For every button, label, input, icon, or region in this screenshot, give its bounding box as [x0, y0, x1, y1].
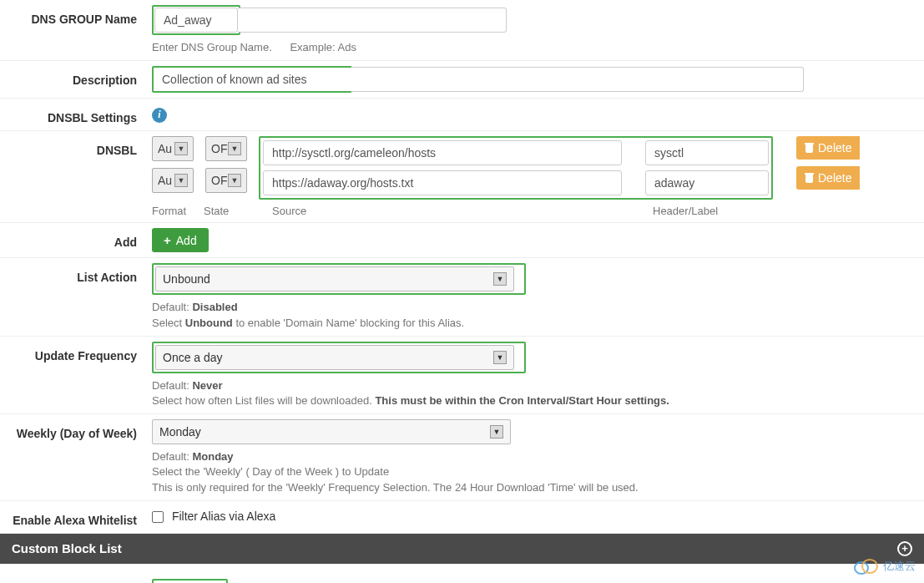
- label-list-action: List Action: [0, 263, 152, 285]
- svg-point-1: [862, 560, 877, 573]
- label-save-empty: [0, 579, 152, 583]
- select-state-0[interactable]: OF▼: [205, 136, 247, 161]
- label-description: Description: [0, 66, 152, 88]
- label-add: Add: [0, 228, 152, 250]
- highlight-description: [152, 66, 352, 93]
- alexa-checkbox-label: Filter Alias via Alexa: [172, 509, 276, 523]
- wk-d1: Select the 'Weekly' ( Day of the Week ) …: [152, 465, 389, 478]
- trash-icon: [805, 173, 814, 183]
- select-state-1-val: OF: [211, 174, 227, 187]
- help-group-name: Enter DNS Group Name. Example: Ads: [152, 40, 917, 55]
- select-state-1[interactable]: OF▼: [205, 168, 247, 193]
- label-group-name: DNS GROUP Name: [0, 5, 152, 27]
- la-d1: Select: [152, 317, 185, 329]
- row-dnsbl: DNSBL Au▼ Au▼ OF▼ OF▼ D: [0, 131, 924, 223]
- chevron-down-icon: ▼: [174, 174, 188, 187]
- add-button-label: Add: [176, 234, 197, 247]
- delete-button-0[interactable]: Delete: [796, 136, 860, 160]
- help-group-name-1: Enter DNS Group Name.: [152, 41, 272, 53]
- delete-button-1[interactable]: Delete: [796, 166, 860, 190]
- highlight-group-name: [152, 5, 240, 35]
- la-def-val: Disabled: [192, 301, 237, 313]
- input-source-1[interactable]: [263, 170, 622, 195]
- uf-d1: Select how often List files will be down…: [152, 394, 375, 407]
- select-update-freq[interactable]: Once a day▼: [155, 345, 514, 370]
- select-weekly[interactable]: Monday▼: [152, 419, 511, 444]
- la-d3: to enable 'Domain Name' blocking for thi…: [233, 317, 464, 329]
- hdr-source: Source: [272, 205, 643, 217]
- row-list-action: List Action Unbound▼ Default: Disabled S…: [0, 258, 924, 336]
- delete-label-0: Delete: [818, 141, 851, 155]
- highlight-save: Save: [152, 579, 228, 583]
- select-list-action-val: Unbound: [163, 272, 210, 286]
- row-save: Save: [0, 564, 924, 583]
- hdr-state: State: [204, 205, 245, 217]
- watermark-text: 亿速云: [883, 559, 916, 574]
- checkbox-alexa[interactable]: [152, 511, 164, 523]
- hdr-header: Header/Label: [653, 205, 776, 217]
- select-format-0[interactable]: Au▼: [152, 136, 194, 161]
- add-button[interactable]: +Add: [152, 228, 209, 252]
- input-source-0[interactable]: [263, 140, 622, 165]
- row-dnsbl-settings: DNSBL Settings i: [0, 99, 924, 131]
- wk-def-val: Monday: [192, 450, 233, 463]
- wk-def-pre: Default:: [152, 450, 192, 463]
- row-description: Description: [0, 61, 924, 99]
- row-group-name: DNS GROUP Name Enter DNS Group Name. Exa…: [0, 0, 924, 61]
- input-header-1[interactable]: [645, 170, 769, 195]
- chevron-down-icon: ▼: [490, 425, 503, 439]
- watermark: 亿速云: [851, 556, 916, 576]
- select-format-1-val: Au: [158, 174, 172, 187]
- section-custom-block-title: Custom Block List: [12, 541, 122, 555]
- select-list-action[interactable]: Unbound▼: [155, 266, 514, 292]
- plus-icon: +: [164, 233, 171, 247]
- chevron-down-icon: ▼: [228, 142, 241, 155]
- help-update-freq: Default: Never Select how often List fil…: [152, 378, 917, 408]
- row-alexa: Enable Alexa Whitelist Filter Alias via …: [0, 501, 924, 534]
- chevron-down-icon: ▼: [228, 174, 241, 187]
- highlight-sources: [259, 136, 773, 200]
- uf-d2: This must be within the Cron Interval/St…: [375, 394, 669, 407]
- select-weekly-val: Monday: [159, 425, 201, 439]
- expand-icon[interactable]: +: [897, 541, 912, 556]
- input-group-name-ext[interactable]: [238, 8, 507, 33]
- la-def-pre: Default:: [152, 301, 192, 313]
- label-alexa: Enable Alexa Whitelist: [0, 506, 152, 528]
- select-format-0-val: Au: [158, 142, 172, 155]
- row-add: Add +Add: [0, 223, 924, 258]
- label-update-freq: Update Frequency: [0, 342, 152, 363]
- select-format-1[interactable]: Au▼: [152, 168, 194, 193]
- chevron-down-icon: ▼: [493, 351, 507, 364]
- la-d2: Unbound: [185, 317, 233, 329]
- delete-label-1: Delete: [818, 171, 851, 185]
- highlight-list-action: Unbound▼: [152, 263, 526, 295]
- select-state-0-val: OF: [211, 142, 227, 155]
- section-custom-block[interactable]: Custom Block List +: [0, 534, 924, 564]
- help-list-action: Default: Disabled Select Unbound to enab…: [152, 300, 917, 330]
- trash-icon: [805, 143, 814, 153]
- help-weekly: Default: Monday Select the 'Weekly' ( Da…: [152, 449, 917, 495]
- label-weekly: Weekly (Day of Week): [0, 419, 152, 441]
- highlight-update-freq: Once a day▼: [152, 342, 526, 373]
- select-update-freq-val: Once a day: [163, 351, 223, 364]
- help-group-name-2: Example: Ads: [290, 41, 356, 53]
- input-header-0[interactable]: [645, 140, 769, 165]
- chevron-down-icon: ▼: [174, 142, 188, 155]
- cloud-icon: [851, 556, 880, 576]
- wk-d2: This is only required for the 'Weekly' F…: [152, 481, 639, 494]
- label-dnsbl-settings: DNSBL Settings: [0, 104, 152, 125]
- info-icon[interactable]: i: [152, 108, 167, 123]
- input-group-name[interactable]: [154, 8, 238, 33]
- row-weekly: Weekly (Day of Week) Monday▼ Default: Mo…: [0, 414, 924, 501]
- input-description[interactable]: [154, 68, 351, 91]
- chevron-down-icon: ▼: [493, 272, 507, 286]
- input-description-ext[interactable]: [350, 67, 804, 92]
- label-dnsbl: DNSBL: [0, 136, 152, 158]
- hdr-format: Format: [152, 205, 194, 217]
- uf-def-val: Never: [192, 379, 222, 392]
- row-update-freq: Update Frequency Once a day▼ Default: Ne…: [0, 337, 924, 414]
- uf-def-pre: Default:: [152, 379, 192, 392]
